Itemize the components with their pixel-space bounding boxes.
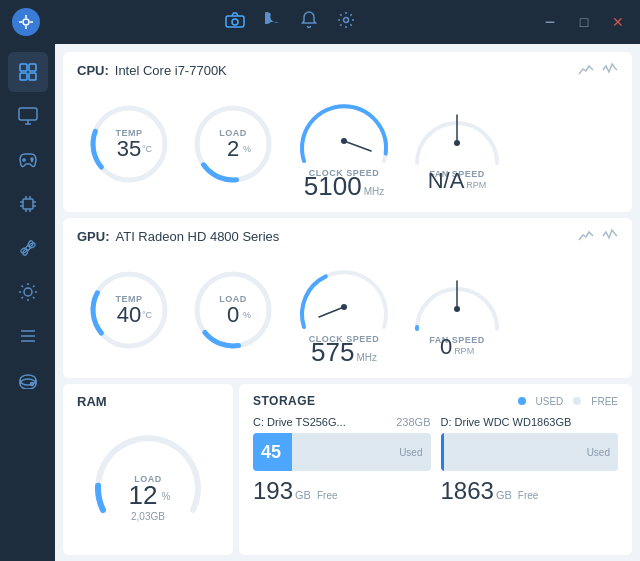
drive-d: D: Drive WDC WD1863GB Used	[441, 416, 619, 545]
cpu-section-icons	[578, 62, 618, 78]
svg-line-34	[21, 286, 23, 288]
maximize-button[interactable]: □	[574, 14, 594, 30]
cpu-gauges: TEMP 35 °C LOAD 2 %	[77, 86, 618, 202]
gpu-fan-gauge: FAN SPEED 0 RPM	[403, 261, 511, 360]
storage-section: STORAGE USED FREE C: Drive TS256G...	[239, 384, 632, 555]
cpu-graph-icon[interactable]	[578, 62, 594, 78]
drive-c-free-label: Free	[317, 490, 338, 501]
storage-title: STORAGE	[253, 394, 316, 408]
gpu-fan-value: 0	[440, 334, 452, 360]
svg-rect-10	[20, 73, 27, 80]
drive-c-free-bar: Used	[292, 433, 430, 471]
svg-point-7	[344, 18, 349, 23]
cpu-temp-gauge: TEMP 35 °C	[77, 100, 181, 188]
content-area: CPU: Intel Core i7-7700K	[55, 44, 640, 561]
gpu-activity-icon[interactable]	[602, 228, 618, 244]
cpu-title: CPU:	[77, 63, 109, 78]
svg-rect-8	[20, 64, 27, 71]
title-bar-center	[40, 11, 540, 33]
drive-d-free-bar: Used	[444, 433, 618, 471]
minimize-button[interactable]: −	[540, 12, 560, 33]
svg-point-57	[341, 138, 347, 144]
used-dot	[518, 397, 526, 405]
gpu-clock-gauge: CLOCK SPEED 575 MHz	[285, 252, 403, 368]
sidebar-item-brightness[interactable]	[8, 272, 48, 312]
svg-text:0: 0	[227, 302, 239, 327]
gpu-name: ATI Radeon HD 4800 Series	[116, 229, 280, 244]
used-legend: USED	[536, 396, 564, 407]
gpu-clock-value: 575	[311, 337, 354, 368]
gpu-header: GPU: ATI Radeon HD 4800 Series	[77, 228, 618, 244]
svg-line-37	[21, 297, 23, 299]
drive-c-free-value: 193	[253, 477, 293, 505]
svg-line-36	[33, 286, 35, 288]
svg-point-28	[26, 246, 30, 250]
svg-text:35: 35	[117, 136, 141, 161]
svg-point-0	[23, 19, 29, 25]
sidebar-item-dashboard[interactable]	[8, 52, 48, 92]
svg-line-56	[344, 141, 371, 151]
drive-c-used-label-bar: Used	[399, 447, 422, 458]
sidebar-item-gamepad[interactable]	[8, 140, 48, 180]
gpu-temp-svg: TEMP 40 °C	[85, 266, 173, 354]
moon-icon[interactable]	[265, 12, 281, 32]
sidebar-item-list[interactable]	[8, 316, 48, 356]
cpu-load-svg: LOAD 2 %	[189, 100, 277, 188]
drive-c-used-bar: 45	[253, 433, 292, 471]
svg-text:°C: °C	[142, 144, 153, 154]
main-layout: CPU: Intel Core i7-7700K	[0, 44, 640, 561]
cpu-activity-icon[interactable]	[602, 62, 618, 78]
bottom-row: RAM LOAD 12 % 2,03GB	[63, 384, 632, 555]
sidebar-item-monitor[interactable]	[8, 96, 48, 136]
cpu-temp-svg: TEMP 35 °C	[85, 100, 173, 188]
gpu-section: GPU: ATI Radeon HD 4800 Series	[63, 218, 632, 378]
bell-icon[interactable]	[301, 11, 317, 33]
drive-c-free-unit: GB	[295, 489, 311, 501]
ram-gauge-wrap: LOAD 12 % 2,03GB	[77, 415, 219, 545]
drive-d-free-unit: GB	[496, 489, 512, 501]
drive-c-name: C: Drive TS256G...	[253, 416, 346, 428]
cpu-clock-value: 5100	[304, 171, 362, 202]
gpu-fan-unit: RPM	[454, 346, 474, 356]
cpu-fan-gauge: FAN SPEED N/A RPM	[403, 95, 511, 194]
gpu-clock-unit: MHz	[356, 352, 377, 363]
free-legend: FREE	[591, 396, 618, 407]
gpu-clock-svg: CLOCK SPEED	[289, 252, 399, 347]
cpu-section: CPU: Intel Core i7-7700K	[63, 52, 632, 212]
drive-d-used-label-bar: Used	[587, 447, 610, 458]
ram-section: RAM LOAD 12 % 2,03GB	[63, 384, 233, 555]
cpu-load-gauge: LOAD 2 %	[181, 100, 285, 188]
sidebar-item-fan[interactable]	[8, 228, 48, 268]
gpu-graph-icon[interactable]	[578, 228, 594, 244]
close-button[interactable]: ✕	[608, 14, 628, 30]
svg-text:%: %	[162, 491, 171, 502]
svg-text:2: 2	[227, 136, 239, 161]
free-dot	[573, 397, 581, 405]
app-logo	[12, 8, 40, 36]
storage-drives: C: Drive TS256G... 238GB 45 Used	[253, 416, 618, 545]
svg-point-6	[232, 19, 238, 25]
title-bar-left	[12, 8, 40, 36]
svg-point-17	[31, 158, 33, 160]
drive-c-used-value: 45	[261, 442, 281, 463]
svg-rect-19	[23, 199, 33, 209]
gear-icon[interactable]	[337, 11, 355, 33]
svg-text:%: %	[243, 310, 251, 320]
svg-point-60	[454, 140, 460, 146]
gpu-load-svg: LOAD 0 %	[189, 266, 277, 354]
gpu-gauges: TEMP 40 °C LOAD 0 %	[77, 252, 618, 368]
svg-rect-9	[29, 64, 36, 71]
camera-icon[interactable]	[225, 12, 245, 32]
drive-d-free-label: Free	[518, 490, 539, 501]
drive-c: C: Drive TS256G... 238GB 45 Used	[253, 416, 431, 545]
svg-point-29	[24, 288, 32, 296]
svg-text:40: 40	[117, 302, 141, 327]
cpu-clock-gauge: CLOCK SPEED 5100 MHz	[285, 86, 403, 202]
gpu-temp-gauge: TEMP 40 °C	[77, 266, 181, 354]
sidebar-item-cpu[interactable]	[8, 184, 48, 224]
drive-c-size: 238GB	[396, 416, 430, 428]
app-window: − □ ✕	[0, 0, 640, 561]
sidebar-item-hdd[interactable]	[8, 360, 48, 400]
cpu-fan-unit: RPM	[466, 180, 486, 190]
drive-d-name: D: Drive WDC WD1863GB	[441, 416, 572, 428]
